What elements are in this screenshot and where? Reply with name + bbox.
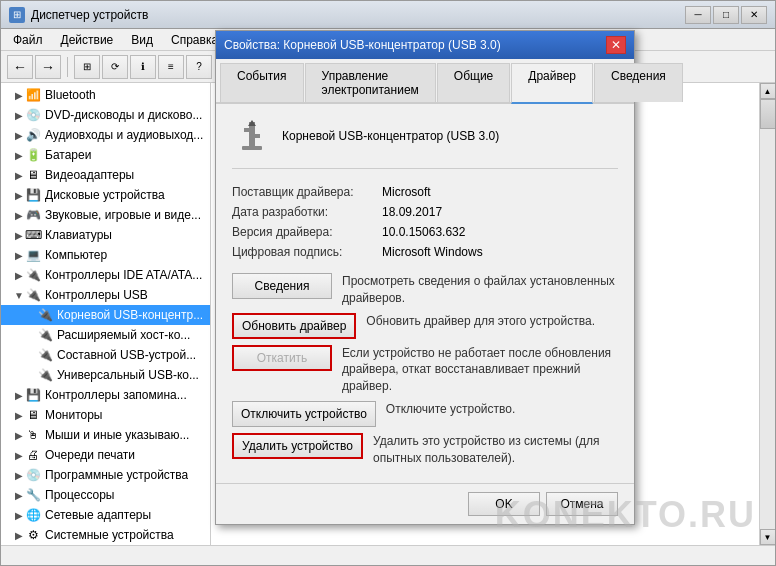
menu-view[interactable]: Вид — [123, 31, 161, 49]
scan-button[interactable]: ⟳ — [102, 55, 128, 79]
computer-arrow[interactable]: ▶ — [13, 250, 25, 261]
video-arrow[interactable]: ▶ — [13, 170, 25, 181]
update-driver-button[interactable]: Обновить драйвер — [232, 313, 356, 339]
tree-item-dvd[interactable]: ▶ 💿 DVD-дисководы и дисково... — [1, 105, 210, 125]
device-icon — [232, 116, 272, 156]
tree-item-video[interactable]: ▶ 🖥 Видеоадаптеры — [1, 165, 210, 185]
tab-details[interactable]: Сведения — [594, 63, 683, 102]
software-arrow[interactable]: ▶ — [13, 470, 25, 481]
monitors-arrow[interactable]: ▶ — [13, 410, 25, 421]
menu-file[interactable]: Файл — [5, 31, 51, 49]
tree-item-cpu[interactable]: ▶ 🔧 Процессоры — [1, 485, 210, 505]
cpu-label: Процессоры — [45, 488, 115, 502]
network-arrow[interactable]: ▶ — [13, 510, 25, 521]
tab-events[interactable]: События — [220, 63, 304, 102]
tree-item-mice[interactable]: ▶ 🖱 Мыши и иные указываю... — [1, 425, 210, 445]
scroll-track[interactable] — [760, 99, 776, 529]
minimize-button[interactable]: ─ — [685, 6, 711, 24]
scroll-up-arrow[interactable]: ▲ — [760, 83, 776, 99]
device-tree[interactable]: ▶ 📶 Bluetooth ▶ 💿 DVD-дисководы и дисков… — [1, 83, 211, 545]
tree-item-composite[interactable]: 🔌 Составной USB-устрой... — [1, 345, 210, 365]
software-icon: 💿 — [25, 467, 41, 483]
print-arrow[interactable]: ▶ — [13, 450, 25, 461]
tree-item-computer[interactable]: ▶ 💻 Компьютер — [1, 245, 210, 265]
tree-item-print[interactable]: ▶ 🖨 Очереди печати — [1, 445, 210, 465]
scroll-thumb[interactable] — [760, 99, 776, 129]
dvd-arrow[interactable]: ▶ — [13, 110, 25, 121]
help-button[interactable]: ? — [186, 55, 212, 79]
forward-button[interactable]: → — [35, 55, 61, 79]
details-button[interactable]: Сведения — [232, 273, 332, 299]
app-icon: ⊞ — [9, 7, 25, 23]
driver-info-section: Поставщик драйвера: Microsoft Дата разра… — [232, 185, 618, 259]
ok-button[interactable]: OK — [468, 492, 540, 516]
tree-item-ide[interactable]: ▶ 🔌 Контроллеры IDE ATA/ATA... — [1, 265, 210, 285]
back-button[interactable]: ← — [7, 55, 33, 79]
keyboard-arrow[interactable]: ▶ — [13, 230, 25, 241]
update-button-row: Обновить драйвер Обновить драйвер для эт… — [232, 313, 618, 339]
properties-dialog[interactable]: Свойства: Корневой USB-концентратор (USB… — [215, 30, 635, 525]
disable-button[interactable]: Отключить устройство — [232, 401, 376, 427]
mice-arrow[interactable]: ▶ — [13, 430, 25, 441]
device-info-button[interactable]: ℹ — [130, 55, 156, 79]
tree-item-system[interactable]: ▶ ⚙ Системные устройства — [1, 525, 210, 545]
system-arrow[interactable]: ▶ — [13, 530, 25, 541]
maximize-button[interactable]: □ — [713, 6, 739, 24]
cancel-button[interactable]: Отмена — [546, 492, 618, 516]
tree-item-disk[interactable]: ▶ 💾 Дисковые устройства — [1, 185, 210, 205]
details-description: Просмотреть сведения о файлах установлен… — [342, 273, 618, 307]
tree-item-storage[interactable]: ▶ 💾 Контроллеры запомина... — [1, 385, 210, 405]
tab-driver[interactable]: Драйвер — [511, 63, 593, 104]
signature-label: Цифровая подпись: — [232, 245, 382, 259]
rollback-button-row: Откатить Если устройство не работает пос… — [232, 345, 618, 395]
tree-item-bluetooth[interactable]: ▶ 📶 Bluetooth — [1, 85, 210, 105]
view-button[interactable]: ≡ — [158, 55, 184, 79]
dialog-close-button[interactable]: ✕ — [606, 36, 626, 54]
tree-item-battery[interactable]: ▶ 🔋 Батареи — [1, 145, 210, 165]
tab-power[interactable]: Управление электропитанием — [305, 63, 436, 102]
bluetooth-icon: 📶 — [25, 87, 41, 103]
menu-action[interactable]: Действие — [53, 31, 122, 49]
battery-arrow[interactable]: ▶ — [13, 150, 25, 161]
root-hub-icon: 🔌 — [37, 307, 53, 323]
dialog-title: Свойства: Корневой USB-концентратор (USB… — [224, 38, 501, 52]
tree-item-network[interactable]: ▶ 🌐 Сетевые адаптеры — [1, 505, 210, 525]
vendor-row: Поставщик драйвера: Microsoft — [232, 185, 618, 199]
rollback-button[interactable]: Откатить — [232, 345, 332, 371]
usb-controllers-arrow[interactable]: ▼ — [13, 290, 25, 301]
tree-item-software[interactable]: ▶ 💿 Программные устройства — [1, 465, 210, 485]
ext-host-label: Расширяемый хост-ко... — [57, 328, 190, 342]
version-value: 10.0.15063.632 — [382, 225, 465, 239]
computer-icon: 💻 — [25, 247, 41, 263]
audio-arrow[interactable]: ▶ — [13, 130, 25, 141]
tree-item-usb-controllers[interactable]: ▼ 🔌 Контроллеры USB — [1, 285, 210, 305]
properties-button[interactable]: ⊞ — [74, 55, 100, 79]
status-bar — [1, 545, 775, 565]
tree-item-root-hub[interactable]: 🔌 Корневой USB-концентр... — [1, 305, 210, 325]
storage-arrow[interactable]: ▶ — [13, 390, 25, 401]
tree-item-keyboard[interactable]: ▶ ⌨ Клавиатуры — [1, 225, 210, 245]
main-scrollbar[interactable]: ▲ ▼ — [759, 83, 775, 545]
tree-item-monitors[interactable]: ▶ 🖥 Мониторы — [1, 405, 210, 425]
tree-item-sound[interactable]: ▶ 🎮 Звуковые, игровые и виде... — [1, 205, 210, 225]
close-button[interactable]: ✕ — [741, 6, 767, 24]
dialog-tabs: События Управление электропитанием Общие… — [216, 59, 634, 104]
tree-item-universal[interactable]: 🔌 Универсальный USB-ко... — [1, 365, 210, 385]
system-label: Системные устройства — [45, 528, 174, 542]
main-title: Диспетчер устройств — [31, 8, 148, 22]
bluetooth-arrow[interactable]: ▶ — [13, 90, 25, 101]
dialog-title-bar: Свойства: Корневой USB-концентратор (USB… — [216, 31, 634, 59]
ide-arrow[interactable]: ▶ — [13, 270, 25, 281]
version-label: Версия драйвера: — [232, 225, 382, 239]
signature-row: Цифровая подпись: Microsoft Windows — [232, 245, 618, 259]
scroll-down-arrow[interactable]: ▼ — [760, 529, 776, 545]
tab-general[interactable]: Общие — [437, 63, 510, 102]
bluetooth-label: Bluetooth — [45, 88, 96, 102]
usb-controllers-icon: 🔌 — [25, 287, 41, 303]
uninstall-button[interactable]: Удалить устройство — [232, 433, 363, 459]
tree-item-audio[interactable]: ▶ 🔊 Аудиовходы и аудиовыход... — [1, 125, 210, 145]
disk-arrow[interactable]: ▶ — [13, 190, 25, 201]
cpu-arrow[interactable]: ▶ — [13, 490, 25, 501]
sound-arrow[interactable]: ▶ — [13, 210, 25, 221]
tree-item-ext-host[interactable]: 🔌 Расширяемый хост-ко... — [1, 325, 210, 345]
